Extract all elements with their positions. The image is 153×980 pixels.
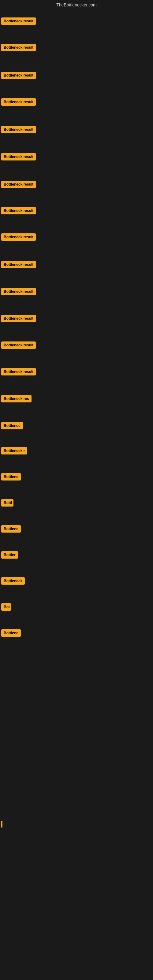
bottleneck-badge[interactable]: Bot xyxy=(1,603,11,611)
bottleneck-badge[interactable]: Bottleneck result xyxy=(1,153,36,161)
bottleneck-badge[interactable]: Bottleneck result xyxy=(1,18,36,25)
bottleneck-badge[interactable]: Bottlene xyxy=(1,473,21,480)
bottleneck-badge[interactable]: Bottleneck result xyxy=(1,368,36,375)
small-bar-indicator xyxy=(1,821,2,827)
bottleneck-badge[interactable]: Bottleneck result xyxy=(1,207,36,215)
bottleneck-row: Bottleneck res xyxy=(1,395,32,404)
bottleneck-row: Bottleneck result xyxy=(1,288,36,296)
bottleneck-row: Bottleneck result xyxy=(1,72,36,80)
bottleneck-row: Bottleneck result xyxy=(1,368,36,377)
bottleneck-row: Bottleneck result xyxy=(1,126,36,134)
bottleneck-badge[interactable]: Bottlenec xyxy=(1,422,23,430)
bottleneck-badge[interactable]: Bottleneck result xyxy=(1,288,36,295)
bottleneck-row: Bottleneck result xyxy=(1,233,36,242)
bottleneck-badge[interactable]: Bottleneck result xyxy=(1,72,36,79)
bottleneck-badge[interactable]: Bottleneck r xyxy=(1,447,27,455)
bottleneck-row: Bottleneck result xyxy=(1,98,36,107)
bottleneck-row: Bottleneck result xyxy=(1,44,36,52)
bottleneck-badge[interactable]: Bottlene xyxy=(1,525,21,533)
bottleneck-badge[interactable]: Bottleneck result xyxy=(1,261,36,268)
bottleneck-badge[interactable]: Bottl xyxy=(1,499,13,506)
bottleneck-row: Bottleneck result xyxy=(1,153,36,162)
page-wrapper: TheBottlenecker.com Bottleneck resultBot… xyxy=(0,0,153,980)
bottleneck-row: Bot xyxy=(1,603,11,612)
bottleneck-badge[interactable]: Bottleneck result xyxy=(1,181,36,188)
bottleneck-row: Bottleneck result xyxy=(1,207,36,216)
bottleneck-badge[interactable]: Bottleneck result xyxy=(1,98,36,106)
bottleneck-badge[interactable]: Bottleneck result xyxy=(1,342,36,349)
bottleneck-row: Bottleneck result xyxy=(1,181,36,189)
site-header: TheBottlenecker.com xyxy=(0,0,153,9)
bottleneck-row: Bottleneck result xyxy=(1,342,36,350)
bottleneck-badge[interactable]: Bottleneck result xyxy=(1,315,36,322)
bottleneck-row: Bottleneck result xyxy=(1,261,36,269)
bottleneck-row: Bottleneck result xyxy=(1,315,36,323)
bottleneck-badge[interactable]: Bottleneck result xyxy=(1,126,36,133)
bottleneck-row: Bottleneck r xyxy=(1,447,27,456)
bottleneck-row: Bottlene xyxy=(1,473,21,482)
bottleneck-row: Bottleneck xyxy=(1,577,25,586)
bottleneck-badge[interactable]: Bottlene xyxy=(1,629,21,637)
bottleneck-row: Bottl xyxy=(1,499,13,508)
bottleneck-badge[interactable]: Bottleneck xyxy=(1,577,25,585)
bottleneck-row: Bottlene xyxy=(1,525,21,534)
bottleneck-row: Bottleneck result xyxy=(1,18,36,26)
bottleneck-badge[interactable]: Bottler xyxy=(1,551,18,558)
bottleneck-badge[interactable]: Bottleneck res xyxy=(1,395,32,402)
bottleneck-row: Bottler xyxy=(1,551,18,560)
bottleneck-row: Bottlene xyxy=(1,629,21,638)
bottleneck-row: Bottlenec xyxy=(1,422,23,431)
bottleneck-badge[interactable]: Bottleneck result xyxy=(1,233,36,241)
bottleneck-badge[interactable]: Bottleneck result xyxy=(1,44,36,51)
